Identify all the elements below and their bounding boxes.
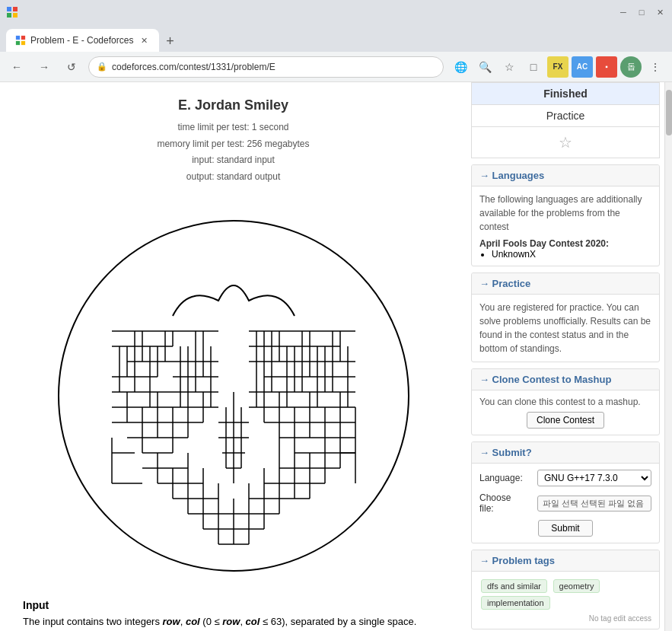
- tags-section: → Problem tags dfs and similar geometry …: [471, 550, 660, 629]
- url-text: codeforces.com/contest/1331/problem/E: [112, 62, 275, 72]
- languages-body: The following languages are additionally…: [472, 186, 659, 266]
- svg-rect-4: [16, 36, 20, 40]
- scroll-thumb[interactable]: [666, 90, 672, 135]
- practice-body: You are registered for practice. You can…: [472, 295, 659, 362]
- new-tab-button[interactable]: +: [159, 30, 180, 52]
- minimize-button[interactable]: ─: [617, 6, 629, 18]
- languages-section: → Languages The following languages are …: [471, 164, 660, 266]
- svg-rect-3: [13, 13, 18, 18]
- clone-body: You can clone this contest to a mashup. …: [472, 390, 659, 435]
- bookmark-icon[interactable]: ☆: [498, 56, 520, 78]
- menu-button[interactable]: ⋮: [645, 56, 666, 78]
- address-bar[interactable]: 🔒 codeforces.com/contest/1331/problem/E: [88, 56, 444, 78]
- search-icon[interactable]: 🔍: [474, 56, 495, 78]
- main-content: E. Jordan Smiley time limit per test: 1 …: [0, 82, 467, 631]
- clone-contest-button[interactable]: Clone Contest: [527, 412, 604, 429]
- tag-dfs[interactable]: dfs and similar: [481, 579, 547, 593]
- tab-title: Problem - E - Codeforces: [30, 35, 133, 46]
- forward-button[interactable]: →: [33, 56, 55, 78]
- memory-limit: memory limit per test: 256 megabytes: [23, 136, 444, 153]
- maze-svg: [36, 194, 432, 590]
- maze-image-container: [23, 194, 444, 590]
- extension1-icon[interactable]: FX: [547, 56, 568, 78]
- translate-icon[interactable]: 🌐: [450, 56, 471, 78]
- submit-body: Language: GNU G++17 7.3.0 Choosefile: 파일…: [472, 464, 659, 543]
- svg-rect-2: [7, 13, 11, 18]
- svg-rect-6: [16, 41, 20, 45]
- tag-geometry[interactable]: geometry: [553, 579, 600, 593]
- active-tab[interactable]: Problem - E - Codeforces ✕: [6, 29, 159, 52]
- finished-practice-box: Finished Practice ☆: [471, 82, 660, 158]
- submit-header: → Submit?: [472, 442, 659, 464]
- clone-section: → Clone Contest to Mashup You can clone …: [471, 368, 660, 435]
- extension2-icon[interactable]: AC: [572, 56, 593, 78]
- title-bar: ─ □ ✕: [0, 0, 672, 24]
- svg-rect-0: [7, 7, 11, 11]
- clone-text: You can clone this contest to a mashup.: [479, 397, 651, 407]
- back-button[interactable]: ←: [6, 56, 27, 78]
- tab-bar: Problem - E - Codeforces ✕ +: [0, 24, 672, 52]
- submit-section: → Submit? Language: GNU G++17 7.3.0 Choo…: [471, 441, 660, 543]
- practice-header: → Practice: [472, 273, 659, 295]
- practice-section: → Practice You are registered for practi…: [471, 272, 660, 362]
- submit-button[interactable]: Submit: [538, 520, 592, 537]
- nav-bar: ← → ↺ 🔒 codeforces.com/contest/1331/prob…: [0, 52, 672, 82]
- window-controls: ─ □ ✕: [617, 6, 666, 18]
- input-type: input: standard input: [23, 152, 444, 169]
- language-select[interactable]: GNU G++17 7.3.0: [537, 470, 651, 486]
- tab-close-button[interactable]: ✕: [138, 34, 150, 46]
- svg-rect-1: [13, 7, 18, 11]
- output-type: output: standard output: [23, 169, 444, 186]
- reload-button[interactable]: ↺: [61, 56, 82, 78]
- input-section-text: The input contains two integers row, col…: [23, 614, 444, 629]
- file-row: Choosefile: 파일 선택 선택된 파일 없음: [479, 492, 651, 514]
- languages-header: → Languages: [472, 165, 659, 186]
- problem-meta: time limit per test: 1 second memory lim…: [23, 120, 444, 185]
- tag-implementation[interactable]: implementation: [481, 596, 550, 610]
- lock-icon: 🔒: [97, 62, 107, 72]
- language-item: UnknownX: [492, 249, 651, 260]
- clone-header: → Clone Contest to Mashup: [472, 369, 659, 390]
- extension3-icon[interactable]: ▪: [596, 56, 617, 78]
- practice-label: Practice: [472, 105, 659, 127]
- tags-body: dfs and similar geometry implementation …: [472, 572, 659, 629]
- language-row: Language: GNU G++17 7.3.0: [479, 470, 651, 486]
- language-label: Language:: [479, 473, 533, 483]
- sidebar-outer: Finished Practice ☆ → Languages The foll…: [467, 82, 672, 631]
- scrollbar[interactable]: [664, 82, 672, 631]
- languages-intro: The following languages are additionally…: [479, 193, 651, 234]
- no-tag-edit-text: No tag edit access: [479, 614, 651, 623]
- user-avatar[interactable]: 돕: [620, 56, 642, 78]
- finished-label: Finished: [472, 83, 659, 105]
- maximize-button[interactable]: □: [635, 6, 648, 18]
- nav-icons: 🌐 🔍 ☆ □ FX AC ▪ 돕 ⋮: [450, 56, 666, 78]
- star-icon[interactable]: ☆: [472, 127, 659, 158]
- page-content: E. Jordan Smiley time limit per test: 1 …: [0, 82, 672, 631]
- time-limit: time limit per test: 1 second: [23, 120, 444, 136]
- screenshot-icon[interactable]: □: [523, 56, 544, 78]
- svg-rect-7: [21, 41, 25, 45]
- languages-contest: April Fools Day Contest 2020:: [479, 238, 651, 249]
- tab-favicon-icon: [15, 35, 26, 46]
- tags-container: dfs and similar geometry implementation: [479, 578, 651, 611]
- languages-list: UnknownX: [492, 249, 651, 260]
- tags-header: → Problem tags: [472, 550, 659, 572]
- file-label: Choosefile:: [479, 492, 533, 514]
- input-section: Input The input contains two integers ro…: [23, 599, 444, 629]
- input-section-title: Input: [23, 599, 444, 611]
- sidebar: Finished Practice ☆ → Languages The foll…: [467, 82, 664, 631]
- browser-logo-icon: [6, 6, 18, 18]
- browser-chrome: ─ □ ✕ Problem - E - Codeforces ✕ + ← → ↺…: [0, 0, 672, 82]
- svg-rect-5: [21, 36, 25, 40]
- file-input-button[interactable]: 파일 선택 선택된 파일 없음: [537, 496, 651, 511]
- practice-text: You are registered for practice. You can…: [479, 301, 651, 355]
- problem-title: E. Jordan Smiley: [23, 97, 444, 113]
- title-bar-left: [6, 6, 18, 18]
- close-button[interactable]: ✕: [654, 6, 666, 18]
